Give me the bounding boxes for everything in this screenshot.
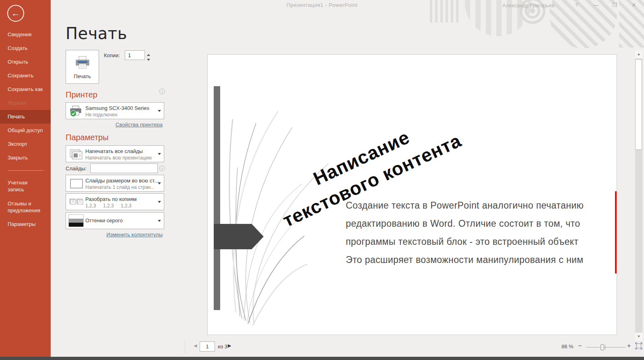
print-preview-page: Написание текстового контента Создание т… — [207, 54, 617, 335]
chevron-down-icon — [158, 220, 161, 222]
fit-to-window-icon[interactable] — [635, 342, 642, 350]
sidebar-item-feedback[interactable]: Отзывы и предложения — [0, 197, 44, 217]
chevron-down-icon — [158, 182, 161, 184]
printer-properties-link[interactable]: Свойства принтера — [66, 122, 163, 128]
taskbar-edge — [0, 357, 644, 360]
scrollbar-thumb[interactable] — [635, 59, 642, 150]
stepper-up-icon[interactable] — [145, 50, 152, 55]
sidebar-item-options[interactable]: Параметры — [0, 217, 51, 231]
sidebar-item-close[interactable]: Закрыть — [0, 151, 51, 165]
print-range-value: Напечатать все слайды — [85, 148, 143, 154]
page-total-label: из 3 — [218, 343, 227, 350]
sidebar-item-print[interactable]: Печать — [0, 110, 51, 124]
close-icon[interactable]: ✕ — [628, 1, 640, 10]
minimize-icon[interactable]: — — [590, 1, 602, 10]
copies-label: Копии: — [104, 52, 120, 58]
grayscale-icon — [68, 214, 84, 226]
statusbar-divider — [185, 341, 185, 353]
printer-icon — [74, 56, 91, 70]
sidebar-item-open[interactable]: Открыть — [0, 55, 51, 69]
zoom-slider-track[interactable] — [586, 347, 625, 348]
sidebar-item-save[interactable]: Сохранить — [0, 69, 51, 83]
printer-info-icon[interactable]: i — [159, 89, 165, 94]
zoom-slider-thumb[interactable] — [601, 344, 604, 350]
sidebar-item-account[interactable]: Учетная запись — [0, 176, 44, 197]
user-name[interactable]: Александр Григорьев — [502, 2, 554, 8]
chevron-down-icon — [158, 110, 161, 112]
print-layout-select[interactable]: Слайды размером во всю ст... Напечатать … — [66, 175, 164, 192]
chevron-down-icon — [158, 153, 161, 155]
zoom-out-icon[interactable]: − — [578, 342, 582, 350]
printer-name: Samsung SCX-3400 Series — [85, 105, 149, 111]
settings-section-header: Параметры — [66, 133, 109, 142]
sidebar-item-share[interactable]: Общий доступ — [0, 124, 51, 137]
backstage-sidebar: ← Сведения Создать Открыть Сохранить Сох… — [0, 0, 51, 360]
color-mode-value: Оттенки серого — [85, 213, 123, 229]
sidebar-item-history: Журнал — [0, 96, 51, 110]
slides-range-label: Слайды: — [66, 166, 87, 172]
titlebar: Презентация1 - PowerPoint Александр Григ… — [0, 0, 644, 11]
scroll-up-icon[interactable]: ▲ — [635, 50, 642, 58]
color-mode-select[interactable]: Оттенки серого — [66, 212, 164, 229]
printer-status: Не подключен — [85, 112, 117, 118]
sidebar-item-saveas[interactable]: Сохранить как — [0, 83, 51, 96]
preview-scrollbar[interactable]: ▲ ▼ — [635, 50, 642, 341]
full-page-slide-icon — [68, 177, 85, 190]
back-arrow-icon[interactable]: ← — [7, 5, 24, 22]
printer-device-icon — [68, 105, 85, 118]
collate-icon — [68, 196, 85, 209]
scroll-down-icon[interactable]: ▼ — [635, 333, 642, 341]
copies-stepper — [145, 50, 152, 60]
print-layout-value: Слайды размером во всю ст... — [85, 178, 159, 184]
sidebar-divider — [8, 170, 43, 171]
zoom-percent[interactable]: 86 % — [561, 343, 574, 350]
textbox-edge-marker — [615, 191, 617, 273]
collate-desc: 1,2,3 1,2,3 1,2,3 — [85, 203, 132, 209]
copies-input[interactable] — [125, 50, 145, 60]
print-button[interactable]: Печать — [66, 50, 99, 84]
slides-stack-icon — [68, 148, 85, 161]
printer-select[interactable]: Samsung SCX-3400 Series Не подключен — [66, 102, 164, 119]
print-button-label: Печать — [66, 73, 99, 79]
help-icon[interactable]: ? — [571, 1, 583, 10]
collate-value: Разобрать по копиям — [85, 196, 137, 202]
stepper-down-icon[interactable] — [145, 55, 152, 60]
print-layout-desc: Напечатать 1 слайд на стран... — [85, 184, 155, 190]
zoom-in-icon[interactable]: + — [627, 342, 631, 350]
sidebar-item-new[interactable]: Создать — [0, 41, 51, 55]
printer-section-header: Принтер — [66, 90, 97, 99]
collate-select[interactable]: Разобрать по копиям 1,2,3 1,2,3 1,2,3 — [66, 193, 164, 210]
zoom-slider-tick — [605, 345, 605, 350]
print-range-desc: Напечатать всю презентацию — [85, 155, 152, 161]
slide-body-text: Создание текста в PowerPoint аналогично … — [346, 197, 617, 269]
sidebar-item-export[interactable]: Экспорт — [0, 137, 51, 151]
slides-range-input[interactable] — [90, 163, 158, 173]
restore-icon[interactable]: ❐ — [609, 1, 621, 10]
print-range-select[interactable]: Напечатать все слайды Напечатать всю пре… — [66, 145, 164, 162]
prev-page-icon[interactable]: ◀ — [194, 343, 197, 348]
next-page-icon[interactable]: ▶ — [228, 343, 231, 348]
slides-info-icon[interactable]: i — [159, 166, 165, 171]
page-number-input[interactable] — [200, 341, 215, 352]
sidebar-item-info[interactable]: Сведения — [0, 28, 51, 41]
edit-headers-link[interactable]: Изменить колонтитулы — [66, 232, 163, 238]
page-title: Печать — [66, 24, 127, 43]
slide-accent-bar — [214, 86, 220, 310]
chevron-down-icon — [158, 201, 161, 203]
